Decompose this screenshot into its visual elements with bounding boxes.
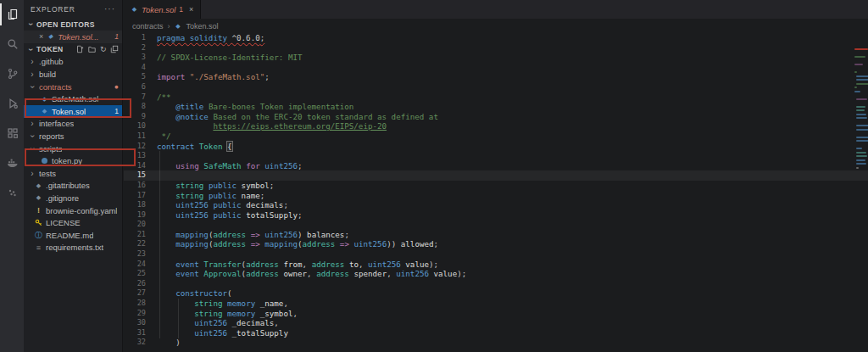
- code-line-11[interactable]: 11 */: [124, 131, 868, 142]
- code-line-1[interactable]: 1pragma solidity ^0.6.0;: [124, 33, 868, 43]
- docker-icon[interactable]: [0, 152, 24, 174]
- sidebar-item-token-sol[interactable]: ◆Token.sol1: [24, 105, 122, 118]
- code-line-29[interactable]: 29 string memory _symbol,: [124, 309, 868, 319]
- code-line-10[interactable]: 10 https://eips.ethereum.org/EIPS/eip-20: [124, 121, 868, 131]
- line-text: mapping(address => mapping(address => ui…: [157, 239, 438, 249]
- minimap[interactable]: [854, 48, 868, 352]
- line-number: 29: [124, 309, 146, 319]
- sidebar-item-token-py[interactable]: token.py: [24, 154, 122, 167]
- code-line-20[interactable]: 20: [124, 220, 868, 230]
- minimap-line: [854, 64, 863, 65]
- line-text: string public name;: [157, 191, 264, 201]
- item-label: brownie-config.yaml: [46, 206, 117, 215]
- sidebar-item--gitattributes[interactable]: ◆.gitattributes: [24, 180, 122, 193]
- code-line-3[interactable]: 3// SPDX-License-Identifier: MIT: [124, 53, 868, 63]
- code-line-23[interactable]: 23: [124, 249, 868, 260]
- chevron-down-icon: ›: [28, 145, 37, 152]
- close-icon[interactable]: ×: [39, 32, 43, 41]
- indent-guide: [159, 151, 160, 338]
- minimap-line: [854, 102, 868, 103]
- code-line-13[interactable]: 13: [124, 151, 868, 161]
- open-editor-item-token-sol[interactable]: × ◆ Token.sol... 1: [24, 31, 122, 43]
- line-number: 15: [124, 170, 146, 181]
- breadcrumb[interactable]: contracts › ◆ Token.sol: [124, 19, 868, 33]
- sidebar-item-build[interactable]: ›build: [24, 68, 122, 81]
- explorer-icon[interactable]: [0, 3, 24, 25]
- code-line-25[interactable]: 25 event Approval(address owner, address…: [124, 269, 868, 279]
- code-line-18[interactable]: 18 uint256 public decimals;: [124, 200, 868, 210]
- line-number: 23: [124, 249, 146, 260]
- line-number: 17: [124, 191, 146, 201]
- search-icon[interactable]: [0, 33, 24, 55]
- collapse-all-icon[interactable]: [110, 45, 119, 53]
- test-explorer-icon[interactable]: [0, 182, 24, 204]
- line-text: uint256 public decimals;: [157, 200, 288, 210]
- sidebar-item-interfaces[interactable]: ›interfaces: [24, 118, 122, 131]
- new-file-icon[interactable]: [75, 45, 84, 53]
- sidebar-item-scripts[interactable]: ›scripts: [24, 142, 122, 155]
- breadcrumb-file[interactable]: Token.sol: [186, 22, 219, 31]
- sidebar-item-requirements-txt[interactable]: ≡requirements.txt: [24, 242, 122, 254]
- tab-token-sol[interactable]: ◆ Token.sol 1 ×: [124, 0, 201, 19]
- line-number: 12: [124, 142, 146, 152]
- code-line-6[interactable]: 6: [124, 82, 868, 92]
- code-line-12[interactable]: 12contract Token {: [124, 142, 868, 152]
- minimap-line: [856, 83, 868, 85]
- minimap-line: [856, 75, 868, 77]
- code-area[interactable]: 1pragma solidity ^0.6.0;23// SPDX-Licens…: [124, 33, 868, 352]
- code-line-31[interactable]: 31 uint256 _totalSupply: [124, 328, 868, 338]
- code-line-14[interactable]: 14 using SafeMath for uint256;: [124, 161, 868, 171]
- code-line-16[interactable]: 16 string public symbol;: [124, 181, 868, 191]
- breadcrumb-folder[interactable]: contracts: [132, 22, 164, 31]
- code-line-4[interactable]: 4: [124, 63, 868, 73]
- sidebar-item-license[interactable]: LICENSE: [24, 216, 122, 229]
- code-line-19[interactable]: 19 uint256 public totalSupply;: [124, 210, 868, 221]
- line-number: 26: [124, 279, 146, 289]
- sidebar-item-contracts[interactable]: ›contracts●: [24, 81, 122, 93]
- solidity-file-icon: ◆: [47, 33, 54, 40]
- line-number: 27: [124, 288, 146, 299]
- run-debug-icon[interactable]: [0, 92, 24, 115]
- code-line-32[interactable]: 32 ): [124, 338, 868, 348]
- code-line-26[interactable]: 26: [124, 279, 868, 289]
- item-label: .gitignore: [46, 193, 79, 203]
- sidebar-item--gitignore[interactable]: ◆.gitignore: [24, 192, 122, 204]
- open-editors-header[interactable]: › OPEN EDITORS: [24, 18, 122, 31]
- code-line-28[interactable]: 28 string memory _name,: [124, 299, 868, 309]
- warning-file-icon: !: [35, 206, 42, 215]
- code-line-17[interactable]: 17 string public name;: [124, 191, 868, 201]
- sidebar-item-readme-md[interactable]: ⓘREADME.md: [24, 229, 122, 242]
- item-label: requirements.txt: [46, 243, 103, 252]
- tree-header-token[interactable]: › TOKEN ↻: [24, 43, 122, 56]
- sidebar-item-tests[interactable]: ›tests: [24, 167, 122, 180]
- code-line-21[interactable]: 21 mapping(address => uint256) balances;: [124, 230, 868, 240]
- code-line-2[interactable]: 2: [124, 43, 868, 53]
- refresh-icon[interactable]: ↻: [100, 45, 107, 53]
- code-line-7[interactable]: 7/**: [124, 92, 868, 103]
- code-line-22[interactable]: 22 mapping(address => mapping(address =>…: [124, 239, 868, 249]
- line-text: pragma solidity ^0.6.0;: [157, 33, 264, 43]
- source-control-icon[interactable]: [0, 63, 24, 85]
- solidity-file-icon: ◆: [41, 108, 48, 115]
- sidebar-item--github[interactable]: ›.github: [24, 56, 122, 69]
- close-icon[interactable]: ×: [189, 5, 193, 14]
- code-line-8[interactable]: 8 @title Bare-bones Token implementation: [124, 102, 868, 112]
- sidebar-item-safemath-sol[interactable]: ◆SafeMath.sol: [24, 92, 122, 105]
- code-line-9[interactable]: 9 @notice Based on the ERC-20 token stan…: [124, 112, 868, 122]
- more-actions-icon[interactable]: ···: [104, 4, 115, 14]
- code-line-27[interactable]: 27 constructor(: [124, 288, 868, 299]
- code-line-24[interactable]: 24 event Transfer(address from, address …: [124, 260, 868, 270]
- code-line-30[interactable]: 30 uint256 _decimals,: [124, 318, 868, 328]
- sidebar-item-brownie-config-yaml[interactable]: !brownie-config.yaml: [24, 204, 122, 217]
- code-line-15[interactable]: 15: [124, 170, 868, 181]
- sidebar-item-reports[interactable]: ›reports: [24, 130, 122, 142]
- code-line-5[interactable]: 5import "./SafeMath.sol";: [124, 72, 868, 82]
- problem-count-badge: 1: [114, 107, 119, 115]
- line-number: 10: [124, 121, 146, 131]
- line-text: using SafeMath for uint256;: [157, 161, 303, 171]
- chevron-right-icon: ›: [29, 169, 36, 178]
- minimap-line: [854, 48, 868, 50]
- extensions-icon[interactable]: [0, 122, 24, 144]
- new-folder-icon[interactable]: [87, 45, 97, 53]
- minimap-line: [856, 114, 866, 115]
